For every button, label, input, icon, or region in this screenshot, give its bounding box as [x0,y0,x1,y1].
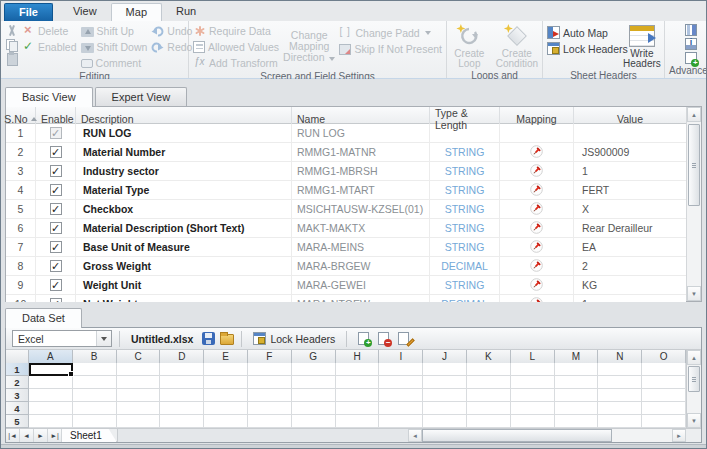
grid-cell-D5[interactable] [160,415,204,428]
grid-cell-A5[interactable] [29,415,73,428]
rename-sheet-icon[interactable] [398,332,409,345]
tab-run[interactable]: Run [162,3,210,21]
scroll-left-icon[interactable]: ◄ [408,429,422,442]
row-value[interactable]: 2 [574,257,686,275]
grid-corner[interactable] [6,350,29,364]
grid-cell-F2[interactable] [248,376,292,389]
grid-cell-B1[interactable] [73,363,117,376]
table-row[interactable]: 8✓Gross WeightMARA-BRGEWDECIMAL2 [6,257,686,276]
col-header-A[interactable]: A [29,350,73,364]
tab-map[interactable]: Map [111,3,162,21]
col-header-E[interactable]: E [204,350,248,364]
table-row[interactable]: 4✓Material TypeRMMG1-MTARTSTRINGFERT [6,181,686,200]
grid-cell-C1[interactable] [117,363,161,376]
add-transform-button[interactable]: Add Transform [193,55,279,70]
lock-headers-ribbon-button[interactable]: Lock Headers [547,41,619,56]
grid-cell-E1[interactable] [204,363,248,376]
grid-cell-J1[interactable] [423,363,467,376]
grid-cell-M5[interactable] [555,415,599,428]
grid-cell-A3[interactable] [29,389,73,402]
row-value[interactable]: EA [574,238,686,256]
grid-cell-C4[interactable] [117,402,161,415]
enable-checkbox[interactable]: ✓ [50,222,62,234]
scroll-up-icon[interactable]: ▲ [687,350,701,365]
col-header-I[interactable]: I [379,350,423,364]
undo-button[interactable]: Undo [151,23,192,38]
mapping-pin-icon[interactable] [530,259,543,274]
table-row[interactable]: 9✓Weight UnitMARA-GEWEISTRINGKG [6,276,686,295]
enable-checkbox[interactable]: ✓ [50,260,62,272]
cut-icon[interactable] [5,24,18,37]
col-header-K[interactable]: K [467,350,511,364]
lock-headers-toolbar-button[interactable]: Lock Headers [249,331,339,346]
grid-cell-M4[interactable] [555,402,599,415]
enable-checkbox[interactable]: ✓ [50,298,62,302]
row-header-1[interactable]: 1 [6,363,29,376]
grid-cell-M3[interactable] [555,389,599,402]
grid-cell-G5[interactable] [292,415,336,428]
enable-checkbox[interactable]: ✓ [50,146,62,158]
grid-cell-E5[interactable] [204,415,248,428]
tab-view[interactable]: View [59,3,111,21]
mapping-pin-icon[interactable] [530,221,543,236]
save-icon[interactable] [202,332,215,345]
grid-cell-N2[interactable] [598,376,642,389]
row-value[interactable]: JS900009 [574,143,686,161]
grid-cell-J2[interactable] [423,376,467,389]
grid-cell-H4[interactable] [336,402,380,415]
grid-cell-K5[interactable] [467,415,511,428]
row-header-4[interactable]: 4 [6,402,29,415]
enable-checkbox[interactable]: ✓ [50,127,62,139]
col-header-M[interactable]: M [555,350,599,364]
mapping-pin-icon[interactable] [530,164,543,179]
grid-cell-N5[interactable] [598,415,642,428]
skip-if-not-present-button[interactable]: Skip If Not Present [339,41,442,56]
table-row[interactable]: 5✓CheckboxMSICHTAUSW-KZSEL(01)STRINGX [6,200,686,219]
mapping-pin-icon[interactable] [530,183,543,198]
tab-expert-view[interactable]: Expert View [95,87,188,107]
grid-cell-D2[interactable] [160,376,204,389]
row-value[interactable]: X [574,200,686,218]
grid-cell-O4[interactable] [642,402,686,415]
col-header-G[interactable]: G [292,350,336,364]
change-padding-button[interactable]: Change Padd [339,25,442,40]
enable-checkbox[interactable]: ✓ [50,184,62,196]
table-row[interactable]: 3✓Industry sectorRMMG1-MBRSHSTRING1 [6,162,686,181]
table-row[interactable]: 10✓Net WeightMARA-NTGEWDECIMAL1 [6,295,686,302]
require-data-button[interactable]: Require Data [193,23,279,38]
col-header-L[interactable]: L [511,350,555,364]
grid-cell-I3[interactable] [379,389,423,402]
grid-cell-B2[interactable] [73,376,117,389]
grid-cell-G2[interactable] [292,376,336,389]
copy-icon[interactable] [5,38,18,51]
format-combobox[interactable]: Excel [12,330,112,347]
grid-cell-O5[interactable] [642,415,686,428]
col-header-J[interactable]: J [423,350,467,364]
row-value[interactable] [574,124,686,142]
grid-cell-G4[interactable] [292,402,336,415]
grid-cell-K1[interactable] [467,363,511,376]
enabled-button[interactable]: Enabled [22,39,77,54]
table-row[interactable]: 7✓Base Unit of MeasureMARA-MEINSSTRINGEA [6,238,686,257]
create-loop-button[interactable]: Create Loop [451,23,488,69]
tab-file[interactable]: File [4,3,53,21]
grid-cell-L3[interactable] [511,389,555,402]
shift-down-button[interactable]: Shift Down [81,39,148,54]
table-row[interactable]: 6✓Material Description (Short Text)MAKT-… [6,219,686,238]
enable-checkbox[interactable]: ✓ [50,165,62,177]
change-mapping-direction-button[interactable]: Change Mapping Direction [283,23,335,70]
grid-cell-H1[interactable] [336,363,380,376]
grid-cell-A1[interactable] [29,363,73,376]
scroll-right-icon[interactable]: ► [672,429,686,442]
advanced-table-icon[interactable] [685,24,697,36]
grid-cell-D3[interactable] [160,389,204,402]
grid-cell-L5[interactable] [511,415,555,428]
allowed-values-button[interactable]: Allowed Values [193,39,279,54]
grid-cell-I5[interactable] [379,415,423,428]
shift-up-button[interactable]: Shift Up [81,23,148,38]
grid-cell-C5[interactable] [117,415,161,428]
grid-cell-H2[interactable] [336,376,380,389]
delete-button[interactable]: Delete [22,23,77,38]
grid-horizontal-scrollbar[interactable]: ◄ ► [408,429,686,442]
grid-cell-I2[interactable] [379,376,423,389]
